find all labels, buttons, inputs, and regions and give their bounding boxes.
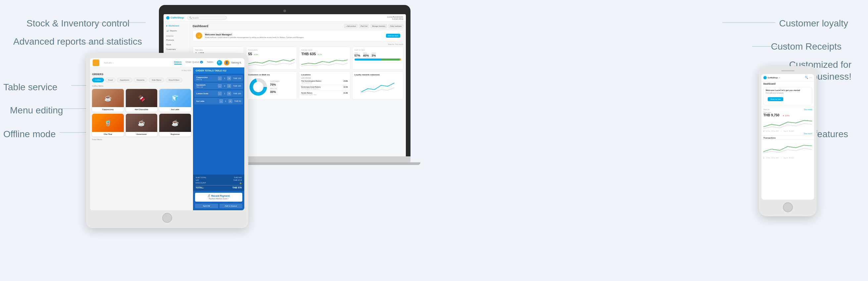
pos-right-panel: ORDER TOTALS TABLE #12 Cappuccino Size: … [193,67,244,210]
vat-row: VAT THB 37.8 [196,179,242,181]
dashboard-actions: + Add product iPad Grid Manage Inventory… [344,24,403,28]
trans-legend-dot-1: ● [764,157,764,159]
filter-desserts[interactable]: Desserts [134,78,148,82]
pos-body: 14 May 2018 ORDERS Coffee Food Appetizer… [90,67,244,210]
find-store-btn[interactable]: Find our store [386,34,400,38]
order-item-sandwich: Sandwich Size: md - 2 + THB 195 [194,83,243,89]
other-value: 3% [372,54,376,57]
pay-btn[interactable]: 🎵 Record Payment Payment Method: Cash > [195,193,242,202]
cash-stat: CASH 57% [354,52,361,57]
filter-all[interactable]: Show All Menu [165,78,182,82]
pos-item-cappuccino[interactable]: ☕ Cappuccino [92,89,124,112]
pos-tab-orders[interactable]: Orders [174,61,182,65]
subtotal-value: THB 540 [234,177,242,178]
filter-coffee[interactable]: Coffee [92,78,104,82]
discount-icon: 🔒 [239,182,242,184]
phone-search-icon[interactable]: 🔍 [805,76,808,79]
welcome-text: Welcome back Manager! Avoid confusion, s… [205,33,304,38]
order-hardware-btn[interactable]: Order hardware [388,24,403,28]
location-item-1: The Hummingbird Bakery 123 Portobello Rd… [301,80,348,85]
sidebar-item-customers[interactable]: Customers [163,47,190,51]
tablet: NutiLatte + Orders Order Queue ● Tables … [86,53,248,228]
feature-stock: Stock & Inventory control [27,18,129,29]
filter-appetizers[interactable]: Appetizers [117,78,132,82]
americano-img: ☕ [126,114,158,132]
americano-name: Americano [126,132,158,137]
pos-tab-tables[interactable]: Tables [207,61,214,65]
add-to-queue-btn[interactable]: Add to Queue [219,204,243,208]
filter-food[interactable]: Food [105,78,116,82]
location-indicator: NutiLatte + [104,62,114,64]
customers-content: CUSTOMER 70% WALK-IN 30% [248,77,295,97]
other-bar-segment [400,59,401,61]
pos-date: 14 May 2018 [92,69,191,71]
pos-logo [93,60,99,66]
filter-sidemenu[interactable]: Side Menu [149,78,164,82]
phone-show-btn[interactable]: Show me how [768,97,783,101]
dashboard-icon: ■ [166,25,167,27]
locations-card: Locations LOCATIONS The Hummingbird Bake… [299,71,350,100]
reports-icon: 📊 [166,29,168,32]
user-name-pos: Sarong K. [231,60,242,66]
ipad-grid-btn[interactable]: iPad Grid [359,24,369,28]
phone-brand-name: CoffeShop [768,77,778,79]
pos-item-cha-thai[interactable]: 🧋 Cha Thai [92,114,124,137]
add-product-btn[interactable]: + Add product [344,24,358,28]
phone-view-report[interactable]: View report [762,132,814,135]
phone-home-button[interactable] [783,202,793,212]
pos-item-americano[interactable]: ☕ Americano [126,114,158,137]
sidebar-item-dashboard[interactable]: ■ Dashboard [163,24,190,28]
transactions-card: Transactions 55 +8.9% [246,47,297,69]
split-bill-btn[interactable]: Split Bill [195,204,218,208]
customers-title: Customers vs Walk ins [248,74,295,76]
avg-spend-label: Average spend [301,49,348,51]
pos-tab-queue[interactable]: Order Queue ● [186,61,203,65]
sidebar-item-stock[interactable]: Stock [163,42,190,47]
deco-line-stock [93,23,146,23]
welcome-content: 👋 Welcome back Manager! Avoid confusion,… [196,32,304,39]
transactions-row: 55 +8.9% [248,52,295,56]
ice-latte-price: THB 63 [235,100,241,102]
cash-value: 57% [354,54,361,57]
transactions-chart [248,57,295,67]
pos-item-hot-chocolate[interactable]: 🍫 Hot Chocolate [126,89,158,112]
subtotal-row: SUB TOTAL THB 540 [196,177,242,178]
legend-label-2: Sep 24 - 30, 2017 [783,130,794,132]
phone-more-icon[interactable]: ⋯ [809,76,812,79]
search-box[interactable]: 🔍 Search [187,15,227,20]
cha-thai-img: 🧋 [92,114,124,132]
sidebar-label-dashboard: Dashboard [169,25,179,27]
cash-card-stats: CASH 57% CARD 40% OTHER [354,52,401,57]
scene: Stock & Inventory control Advanced repor… [0,0,868,281]
order-ice-latte-qty: - 1 + [219,99,232,103]
location-item-3: Nordic Bakery 14A Golden Square, Soho £1… [301,92,348,96]
avg-spend-chart [301,57,348,67]
search-icon[interactable]: 🔍 [217,60,222,66]
this-month-btn[interactable]: This month [804,108,812,110]
manage-inventory-btn[interactable]: Manage Inventory [370,24,387,28]
sidebar-item-reports[interactable]: 📊 Reports [163,28,190,33]
tablet-home-button[interactable] [162,213,172,223]
user-icon[interactable]: 👤 [224,60,229,66]
location-1-info: The Hummingbird Bakery 123 Portobello Rd [301,80,321,84]
phone-brand-area: CoffeShop ▼ [764,76,805,79]
order-item-ice-latte: Ice Latte - 1 + THB 63 [194,98,243,104]
pos-filter-row: Coffee Food Appetizers Desserts Side Men… [92,78,191,82]
subtotal-label: SUB TOTAL [196,177,207,178]
sidebar-item-products[interactable]: Products [163,38,190,42]
pos-brand-area: NutiLatte + [93,60,174,66]
pos-item-espresso[interactable]: ☕ Espresso [159,114,191,137]
vat-value: THB 37.8 [234,179,242,181]
feature-menu: Menu editing [10,105,63,116]
svg-point-3 [764,76,767,79]
customer-label: CUSTOMER [270,80,280,82]
pos-coffee-grid: ☕ Cappuccino 🍫 Hot Chocolate 🧊 Ice Latte [92,89,191,137]
cappuccino-img: ☕ [92,89,124,107]
feature-receipts: Custom Receipts [771,41,841,52]
avg-spend-card: Average spend THB 635 +8.2% [299,47,350,69]
pos-item-ice-latte[interactable]: 🧊 Ice Latte [159,89,191,112]
phone-brand-icon [764,76,767,79]
dashboard-header: Dashboard + Add product iPad Grid Manage… [193,24,403,28]
svg-point-0 [166,16,169,20]
transactions-change: +8.9% [254,54,258,56]
